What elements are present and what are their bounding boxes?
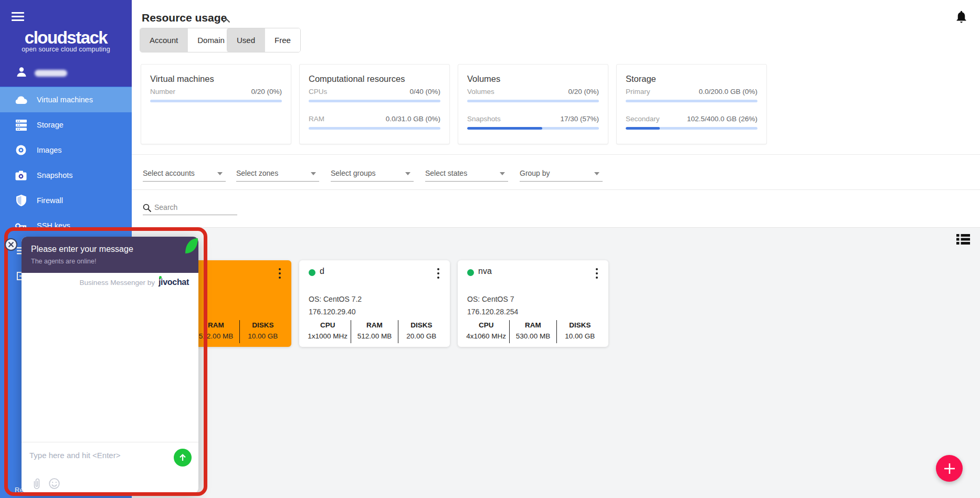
progress-bar	[150, 100, 282, 102]
emoji-smiley-icon[interactable]	[49, 478, 60, 491]
resource-label: RAM	[309, 115, 324, 123]
resource-row: RAM 0.0/31.0 GB (0%)	[309, 115, 440, 130]
search-icon	[143, 204, 152, 215]
resource-label: Volumes	[467, 88, 494, 96]
account-toggle-button[interactable]: Account	[140, 28, 188, 52]
resource-value: 0.0/31.0 GB (0%)	[386, 115, 440, 123]
resource-row: Secondary 102.5/400.0 GB (26%)	[626, 115, 757, 130]
chat-header: Please enter your message The agents are…	[22, 237, 198, 273]
sidebar-item-label: Firewall	[37, 196, 63, 205]
sidebar-item-label: Snapshots	[37, 171, 73, 179]
vm-list-section: CPU RAM512.00 MB DISKS10.00 GB d OS: Cen…	[132, 227, 980, 498]
chat-close-button[interactable]	[5, 238, 17, 251]
card-title: Virtual machines	[150, 74, 214, 84]
resource-label: Snapshots	[467, 115, 501, 123]
resource-label: Number	[150, 88, 175, 96]
main-content: Resource usage Account Domain Used Free …	[132, 0, 980, 498]
select-zones-dropdown[interactable]: Select zones	[236, 167, 319, 182]
caret-down-icon	[405, 172, 410, 175]
page-title: Resource usage	[142, 12, 227, 24]
vm-stats: CPU4x1060 MHz RAM530.00 MB DISKS10.00 GB	[463, 320, 603, 343]
add-instance-fab[interactable]	[936, 455, 963, 482]
resource-row: Primary 0.0/200.0 GB (0%)	[626, 88, 757, 102]
sidebar-item-label: Virtual machines	[37, 96, 93, 104]
user-row[interactable]	[16, 66, 67, 80]
user-icon	[16, 66, 27, 80]
progress-bar	[309, 127, 440, 130]
branding-text: Business Messenger by	[80, 279, 155, 287]
shield-icon	[15, 194, 27, 207]
kebab-menu-icon[interactable]	[593, 268, 601, 279]
send-message-button[interactable]	[174, 449, 192, 467]
key-icon	[15, 219, 27, 232]
chat-input-divider	[22, 442, 198, 442]
server-icon	[15, 119, 27, 131]
caret-down-icon	[594, 172, 599, 175]
disc-icon	[15, 144, 27, 156]
resource-value: 102.5/400.0 GB (26%)	[687, 115, 757, 123]
card-title: Computational resources	[309, 74, 405, 84]
progress-bar	[626, 127, 757, 130]
progress-bar	[467, 100, 599, 102]
sidebar-top: cloudstack open source cloud computing	[0, 0, 132, 87]
vm-name: d	[320, 267, 324, 276]
section-divider	[132, 189, 980, 190]
sidebar-item-label: Storage	[37, 121, 64, 129]
resource-value: 0/40 (0%)	[409, 88, 440, 96]
search-input[interactable]	[143, 202, 237, 215]
caret-down-icon	[217, 172, 223, 175]
sidebar-item-firewall[interactable]: Firewall	[0, 188, 132, 213]
sidebar-item-snapshots[interactable]: Snapshots	[0, 163, 132, 188]
attachment-paperclip-icon[interactable]	[32, 478, 41, 492]
logo-text: cloudstack	[0, 29, 132, 47]
vm-ip: 176.120.28.254	[467, 308, 518, 316]
chevron-up-icon[interactable]	[223, 16, 230, 25]
scope-toggle-group: Account Domain	[140, 28, 235, 52]
logo-tagline: open source cloud computing	[0, 46, 132, 53]
select-accounts-dropdown[interactable]: Select accounts	[143, 167, 226, 182]
section-divider	[132, 154, 980, 155]
camera-icon	[15, 169, 27, 182]
kebab-menu-icon[interactable]	[434, 268, 442, 279]
sidebar-item-label: Images	[37, 146, 62, 154]
chat-subtitle: The agents are online!	[31, 258, 96, 265]
vm-stats: CPU1x1000 MHz RAM512.00 MB DISKS20.00 GB	[304, 320, 445, 343]
sidebar-item-ssh-keys[interactable]: SSH keys	[0, 213, 132, 238]
sidebar-item-label: SSH keys	[37, 221, 70, 230]
kebab-menu-icon[interactable]	[276, 268, 284, 279]
resource-label: Primary	[626, 88, 650, 96]
search-field	[143, 202, 237, 215]
hamburger-menu-icon[interactable]	[12, 12, 24, 22]
list-view-icon[interactable]	[956, 234, 970, 247]
group-by-dropdown[interactable]: Group by	[520, 167, 603, 182]
free-toggle-button[interactable]: Free	[265, 28, 300, 52]
resource-value: 17/30 (57%)	[560, 115, 599, 123]
leaf-icon	[185, 238, 198, 256]
resource-label: Secondary	[626, 115, 660, 123]
select-groups-dropdown[interactable]: Select groups	[331, 167, 414, 182]
chat-title: Please enter your message	[31, 245, 133, 254]
resource-value: 0/20 (0%)	[568, 88, 599, 96]
sidebar-item-images[interactable]: Images	[0, 137, 132, 163]
card-title: Volumes	[467, 74, 500, 84]
chat-message-input[interactable]	[29, 451, 158, 460]
username-redacted	[35, 70, 67, 77]
resource-row: Volumes 0/20 (0%)	[467, 88, 599, 102]
caret-down-icon	[311, 172, 316, 175]
sidebar-item-virtual-machines[interactable]: Virtual machines	[0, 87, 132, 112]
used-toggle-button[interactable]: Used	[227, 28, 265, 52]
chat-widget: Please enter your message The agents are…	[22, 237, 198, 493]
chat-branding: Business Messenger by jivochat	[80, 278, 189, 287]
select-states-dropdown[interactable]: Select states	[425, 167, 508, 182]
vm-card[interactable]: d OS: CentOS 7.2 176.120.29.40 CPU1x1000…	[299, 260, 450, 347]
resource-card-storage: Storage Primary 0.0/200.0 GB (0%) Second…	[616, 64, 767, 144]
resource-value: 0.0/200.0 GB (0%)	[699, 88, 757, 96]
cloud-icon	[15, 93, 27, 106]
progress-bar	[467, 127, 599, 130]
notifications-bell-icon[interactable]	[955, 9, 967, 25]
vm-card[interactable]: nva OS: CentOS 7 176.120.28.254 CPU4x106…	[458, 260, 608, 347]
jivochat-logo: jivochat	[159, 278, 189, 287]
sidebar-item-storage[interactable]: Storage	[0, 112, 132, 137]
resource-card-virtual-machines: Virtual machines Number 0/20 (0%)	[141, 64, 291, 144]
resource-card-computational: Computational resources CPUs 0/40 (0%) R…	[299, 64, 450, 144]
